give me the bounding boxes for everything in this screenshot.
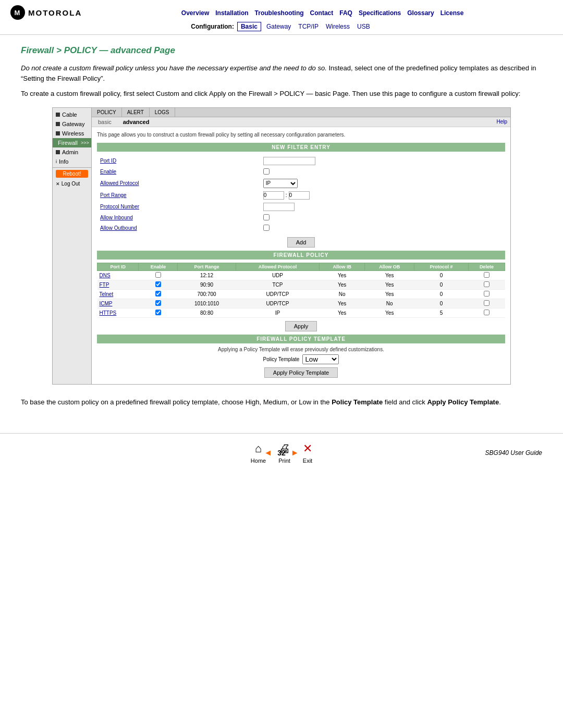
col-header-protocol[interactable]: Allowed Protocol bbox=[236, 263, 320, 270]
fw-cell-port-id[interactable]: FTP bbox=[97, 280, 139, 289]
fw-cell-port-id[interactable]: HTTPS bbox=[97, 308, 139, 317]
enable-checkbox[interactable] bbox=[263, 168, 270, 175]
fw-delete-checkbox[interactable] bbox=[484, 291, 489, 297]
right-panel: POLICY ALERT LOGS basic advanced Help Th… bbox=[92, 108, 510, 384]
sidebar-label-admin: Admin bbox=[62, 149, 78, 155]
fw-cell-port-id[interactable]: Telnet bbox=[97, 289, 139, 299]
nav-contact[interactable]: Contact bbox=[310, 9, 334, 17]
fw-table-row: HTTPS 80:80 IP Yes Yes 5 bbox=[97, 308, 505, 317]
sidebar-item-firewall[interactable]: Firewall >>> bbox=[53, 138, 91, 147]
config-wireless[interactable]: Wireless bbox=[326, 23, 350, 30]
port-range-from[interactable] bbox=[263, 191, 284, 200]
prev-page-arrow[interactable]: ◄ bbox=[264, 448, 272, 458]
sidebar-item-wireless[interactable]: Wireless bbox=[53, 129, 91, 138]
nav-license[interactable]: License bbox=[440, 9, 464, 17]
config-tcpip[interactable]: TCP/IP bbox=[298, 23, 319, 30]
fw-table-row: DNS 12:12 UDP Yes Yes 0 bbox=[97, 270, 505, 280]
reboot-button[interactable]: Reboot! bbox=[56, 170, 88, 178]
fw-delete-checkbox[interactable] bbox=[484, 281, 489, 287]
help-link[interactable]: Help bbox=[496, 119, 507, 125]
apply-template-button[interactable]: Apply Policy Template bbox=[264, 367, 338, 378]
fw-delete-checkbox[interactable] bbox=[484, 300, 489, 306]
fw-delete-checkbox[interactable] bbox=[484, 310, 489, 315]
sub-tab-basic[interactable]: basic bbox=[95, 118, 115, 126]
fw-cell-delete[interactable] bbox=[468, 289, 505, 299]
col-header-protocol-num[interactable]: Protocol # bbox=[414, 263, 468, 270]
protocol-number-label[interactable]: Protocol Number bbox=[98, 202, 260, 212]
col-header-allow-ib[interactable]: Allow IB bbox=[320, 263, 365, 270]
exit-label: Exit bbox=[303, 458, 312, 464]
allow-outbound-label[interactable]: Allow Outbound bbox=[98, 224, 260, 233]
sub-tab-advanced[interactable]: advanced bbox=[120, 118, 153, 126]
sidebar-item-admin[interactable]: Admin bbox=[53, 147, 91, 157]
nav-overview[interactable]: Overview bbox=[181, 9, 209, 17]
fw-cell-enable[interactable] bbox=[139, 289, 178, 299]
allowed-protocol-label[interactable]: Allowed Protocol bbox=[98, 178, 260, 189]
allow-inbound-checkbox[interactable] bbox=[263, 214, 270, 220]
col-header-port-range[interactable]: Port Range bbox=[178, 263, 236, 270]
apply-button[interactable]: Apply bbox=[285, 321, 317, 331]
exit-nav-item[interactable]: ✕ Exit bbox=[303, 442, 312, 464]
fw-cell-enable[interactable] bbox=[139, 270, 178, 280]
fw-cell-delete[interactable] bbox=[468, 299, 505, 308]
sidebar-item-cable[interactable]: Cable bbox=[53, 110, 91, 119]
config-usb[interactable]: USB bbox=[357, 23, 370, 30]
policy-template-bold: Policy Template bbox=[332, 398, 383, 406]
logout-button[interactable]: ✕ Log Out bbox=[53, 180, 91, 188]
nav-glossary[interactable]: Glossary bbox=[407, 9, 434, 17]
port-range-to[interactable] bbox=[289, 191, 310, 200]
page-number: 32 bbox=[277, 449, 286, 457]
config-gateway[interactable]: Gateway bbox=[266, 23, 291, 30]
fw-enable-checkbox[interactable] bbox=[155, 272, 161, 278]
tab-logs[interactable]: LOGS bbox=[150, 108, 175, 117]
tab-alert[interactable]: ALERT bbox=[122, 108, 150, 117]
nav-troubleshooting[interactable]: Troubleshooting bbox=[255, 9, 304, 17]
fw-cell-delete[interactable] bbox=[468, 270, 505, 280]
add-button[interactable]: Add bbox=[287, 237, 315, 248]
fw-delete-checkbox[interactable] bbox=[484, 272, 489, 278]
field-allowed-protocol: Allowed Protocol IP TCP UDP UDP/TCP ICMP bbox=[98, 178, 504, 189]
allow-outbound-checkbox[interactable] bbox=[263, 225, 270, 231]
col-header-enable[interactable]: Enable bbox=[139, 263, 178, 270]
tab-policy[interactable]: POLICY bbox=[92, 108, 122, 117]
fw-enable-checkbox[interactable] bbox=[155, 310, 161, 315]
nav-specifications[interactable]: Specifications bbox=[359, 9, 401, 17]
sidebar-item-info[interactable]: i Info bbox=[53, 157, 91, 166]
intro-italic: Do not create a custom firewall policy u… bbox=[21, 64, 327, 72]
col-header-port-id[interactable]: Port ID bbox=[97, 263, 139, 270]
nav-faq[interactable]: FAQ bbox=[339, 9, 352, 17]
fw-cell-port-id[interactable]: DNS bbox=[97, 270, 139, 280]
nav-installation[interactable]: Installation bbox=[215, 9, 248, 17]
fw-enable-checkbox[interactable] bbox=[155, 291, 161, 297]
motorola-m-icon: M bbox=[10, 5, 25, 20]
fw-cell-delete[interactable] bbox=[468, 280, 505, 289]
port-id-label[interactable]: Port ID bbox=[98, 156, 260, 166]
next-page-arrow[interactable]: ► bbox=[291, 448, 299, 458]
admin-dot bbox=[56, 150, 60, 154]
field-port-id: Port ID bbox=[98, 156, 504, 166]
fw-cell-enable[interactable] bbox=[139, 299, 178, 308]
protocol-select[interactable]: IP TCP UDP UDP/TCP ICMP bbox=[263, 179, 298, 188]
fw-cell-port-id[interactable]: ICMP bbox=[97, 299, 139, 308]
port-id-input[interactable] bbox=[263, 157, 315, 165]
fw-cell-enable[interactable] bbox=[139, 308, 178, 317]
port-range-label[interactable]: Port Range bbox=[98, 190, 260, 201]
fw-table-row: FTP 90:90 TCP Yes Yes 0 bbox=[97, 280, 505, 289]
policy-template-select[interactable]: Low Medium High bbox=[302, 354, 339, 364]
config-basic-link[interactable]: Basic bbox=[237, 22, 261, 31]
fw-cell-allow-ob: Yes bbox=[365, 289, 414, 299]
sidebar-item-gateway[interactable]: Gateway bbox=[53, 119, 91, 129]
info-icon: i bbox=[56, 159, 57, 164]
field-allow-inbound: Allow Inbound bbox=[98, 213, 504, 223]
fw-cell-delete[interactable] bbox=[468, 308, 505, 317]
allow-inbound-label[interactable]: Allow Inbound bbox=[98, 213, 260, 223]
protocol-number-input[interactable] bbox=[263, 203, 295, 211]
fw-enable-checkbox[interactable] bbox=[155, 300, 161, 306]
home-label: Home bbox=[251, 458, 266, 464]
col-header-delete[interactable]: Delete bbox=[468, 263, 505, 270]
fw-enable-checkbox[interactable] bbox=[155, 281, 161, 287]
fw-cell-enable[interactable] bbox=[139, 280, 178, 289]
col-header-allow-ob[interactable]: Allow OB bbox=[365, 263, 414, 270]
fw-cell-allow-ib: No bbox=[320, 289, 365, 299]
motorola-logo: M MOTOROLA bbox=[10, 5, 82, 20]
